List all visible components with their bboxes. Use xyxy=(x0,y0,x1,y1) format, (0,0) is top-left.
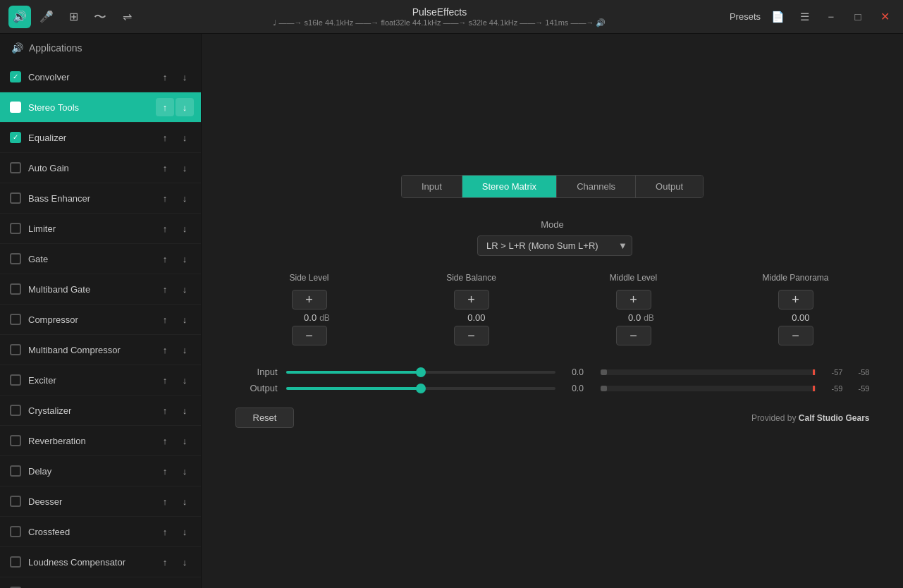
knob-plus-side-level[interactable]: + xyxy=(292,290,327,310)
sidebar-down-maximizer[interactable]: ↓ xyxy=(176,583,194,588)
sidebar-checkbox-exciter[interactable] xyxy=(10,374,21,386)
sidebar-down-crystalizer[interactable]: ↓ xyxy=(176,401,194,419)
app-subtitle: ♩ ——→ s16le 44.1kHz ——→ float32le 44.1kH… xyxy=(149,18,730,27)
shuffle-icon[interactable]: ⇌ xyxy=(116,6,138,28)
knob-minus-side-balance[interactable]: − xyxy=(454,326,489,345)
sidebar-up-gate[interactable]: ↑ xyxy=(156,250,174,268)
sidebar-checkbox-crystalizer[interactable] xyxy=(10,405,21,416)
sidebar-item-stereo-tools[interactable]: Stereo Tools↑↓ xyxy=(0,92,201,123)
sidebar-checkbox-deesser[interactable] xyxy=(10,496,21,507)
sidebar-down-stereo-tools[interactable]: ↓ xyxy=(176,98,194,116)
sidebar-checkbox-crossfeed[interactable] xyxy=(10,526,21,537)
sidebar-item-compressor[interactable]: Compressor↑↓ xyxy=(0,305,201,335)
sidebar-down-deesser[interactable]: ↓ xyxy=(176,492,194,510)
sidebar-item-multiband-compressor[interactable]: Multiband Compressor↑↓ xyxy=(0,335,201,365)
sidebar-up-crossfeed[interactable]: ↑ xyxy=(156,522,174,541)
mic-icon[interactable]: 🎤 xyxy=(35,6,58,28)
sidebar-checkbox-multiband-compressor[interactable] xyxy=(10,344,21,355)
sidebar-up-bass-enhancer[interactable]: ↑ xyxy=(156,189,174,207)
sidebar-label-crystalizer: Crystalizer xyxy=(28,405,156,416)
sidebar-up-loudness-compensator[interactable]: ↑ xyxy=(156,553,174,571)
sidebar-item-deesser[interactable]: Deesser↑↓ xyxy=(0,486,201,517)
sidebar-checkbox-equalizer[interactable] xyxy=(10,132,21,143)
sidebar-up-reverberation[interactable]: ↑ xyxy=(156,431,174,450)
close-button[interactable]: ✕ xyxy=(875,7,895,27)
tab-stereo-matrix[interactable]: Stereo Matrix xyxy=(462,176,557,197)
sidebar-up-crystalizer[interactable]: ↑ xyxy=(156,401,174,419)
sidebar-up-convolver[interactable]: ↑ xyxy=(156,68,174,86)
sidebar-checkbox-limiter[interactable] xyxy=(10,223,21,234)
sidebar-checkbox-gate[interactable] xyxy=(10,253,21,264)
knob-minus-side-level[interactable]: − xyxy=(292,326,327,345)
sidebar-item-equalizer[interactable]: Equalizer↑↓ xyxy=(0,123,201,153)
sidebar-down-gate[interactable]: ↓ xyxy=(176,250,194,268)
sidebar-checkbox-compressor[interactable] xyxy=(10,314,21,325)
sidebar-down-limiter[interactable]: ↓ xyxy=(176,219,194,238)
tab-output[interactable]: Output xyxy=(636,176,703,197)
sidebar-item-maximizer[interactable]: Maximizer↑↓ xyxy=(0,577,201,588)
input-slider-value: 0.0 xyxy=(564,367,592,377)
sidebar-item-gate[interactable]: Gate↑↓ xyxy=(0,244,201,274)
sidebar-item-reverberation[interactable]: Reverberation↑↓ xyxy=(0,426,201,456)
sidebar-checkbox-convolver[interactable] xyxy=(10,71,21,82)
sidebar-down-reverberation[interactable]: ↓ xyxy=(176,431,194,450)
sidebar-down-crossfeed[interactable]: ↓ xyxy=(176,522,194,541)
sidebar-down-loudness-compensator[interactable]: ↓ xyxy=(176,553,194,571)
knob-plus-middle-panorama[interactable]: + xyxy=(778,290,813,310)
output-slider-track[interactable] xyxy=(286,387,555,390)
mode-select[interactable]: LR > L+R (Mono Sum L+R)LR > MS (Stereo t… xyxy=(477,235,632,256)
sidebar-checkbox-delay[interactable] xyxy=(10,465,21,477)
sidebar-up-equalizer[interactable]: ↑ xyxy=(156,128,174,147)
sidebar-down-convolver[interactable]: ↓ xyxy=(176,68,194,86)
sidebar-item-delay[interactable]: Delay↑↓ xyxy=(0,456,201,486)
knob-plus-side-balance[interactable]: + xyxy=(454,290,489,310)
sidebar-checkbox-bass-enhancer[interactable] xyxy=(10,192,21,204)
sidebar-checkbox-reverberation[interactable] xyxy=(10,435,21,446)
speaker-icon[interactable]: 🔊 xyxy=(8,6,31,28)
sidebar-up-deesser[interactable]: ↑ xyxy=(156,492,174,510)
sidebar-item-auto-gain[interactable]: Auto Gain↑↓ xyxy=(0,153,201,183)
sidebar-down-exciter[interactable]: ↓ xyxy=(176,371,194,389)
presets-file-icon[interactable]: 📄 xyxy=(768,7,787,27)
sidebar-down-multiband-compressor[interactable]: ↓ xyxy=(176,341,194,359)
sidebar-checkbox-stereo-tools[interactable] xyxy=(10,102,21,113)
sidebar-down-bass-enhancer[interactable]: ↓ xyxy=(176,189,194,207)
knob-minus-middle-level[interactable]: − xyxy=(616,326,651,345)
sidebar-item-loudness-compensator[interactable]: Loudness Compensator↑↓ xyxy=(0,547,201,577)
grid-icon[interactable]: ⊞ xyxy=(62,6,85,28)
sidebar-down-equalizer[interactable]: ↓ xyxy=(176,128,194,147)
menu-icon[interactable]: ☰ xyxy=(794,7,814,27)
waveform-icon[interactable]: 〜 xyxy=(89,6,111,28)
sidebar-down-auto-gain[interactable]: ↓ xyxy=(176,159,194,177)
tab-input[interactable]: Input xyxy=(402,176,462,197)
sidebar-down-compressor[interactable]: ↓ xyxy=(176,310,194,329)
sidebar-down-delay[interactable]: ↓ xyxy=(176,462,194,480)
sidebar-up-exciter[interactable]: ↑ xyxy=(156,371,174,389)
sidebar-item-crystalizer[interactable]: Crystalizer↑↓ xyxy=(0,396,201,426)
maximize-button[interactable]: □ xyxy=(848,7,868,27)
sidebar-item-multiband-gate[interactable]: Multiband Gate↑↓ xyxy=(0,274,201,305)
sidebar-up-maximizer[interactable]: ↑ xyxy=(156,583,174,588)
sidebar-checkbox-auto-gain[interactable] xyxy=(10,162,21,173)
sidebar-down-multiband-gate[interactable]: ↓ xyxy=(176,280,194,298)
input-slider-track[interactable] xyxy=(286,371,555,374)
sidebar-up-multiband-compressor[interactable]: ↑ xyxy=(156,341,174,359)
sidebar-item-bass-enhancer[interactable]: Bass Enhancer↑↓ xyxy=(0,183,201,214)
sidebar-checkbox-multiband-gate[interactable] xyxy=(10,283,21,295)
tab-channels[interactable]: Channels xyxy=(557,176,636,197)
sidebar-up-delay[interactable]: ↑ xyxy=(156,462,174,480)
sidebar-item-crossfeed[interactable]: Crossfeed↑↓ xyxy=(0,517,201,547)
sidebar-up-auto-gain[interactable]: ↑ xyxy=(156,159,174,177)
minimize-button[interactable]: − xyxy=(821,7,841,27)
reset-button[interactable]: Reset xyxy=(235,408,295,428)
sidebar-up-compressor[interactable]: ↑ xyxy=(156,310,174,329)
knob-plus-middle-level[interactable]: + xyxy=(616,290,651,310)
sidebar-item-limiter[interactable]: Limiter↑↓ xyxy=(0,214,201,244)
sidebar-item-exciter[interactable]: Exciter↑↓ xyxy=(0,365,201,396)
sidebar-checkbox-loudness-compensator[interactable] xyxy=(10,556,21,568)
sidebar-up-multiband-gate[interactable]: ↑ xyxy=(156,280,174,298)
sidebar-up-stereo-tools[interactable]: ↑ xyxy=(156,98,174,116)
knob-minus-middle-panorama[interactable]: − xyxy=(778,326,813,345)
sidebar-up-limiter[interactable]: ↑ xyxy=(156,219,174,238)
sidebar-item-convolver[interactable]: Convolver↑↓ xyxy=(0,62,201,92)
